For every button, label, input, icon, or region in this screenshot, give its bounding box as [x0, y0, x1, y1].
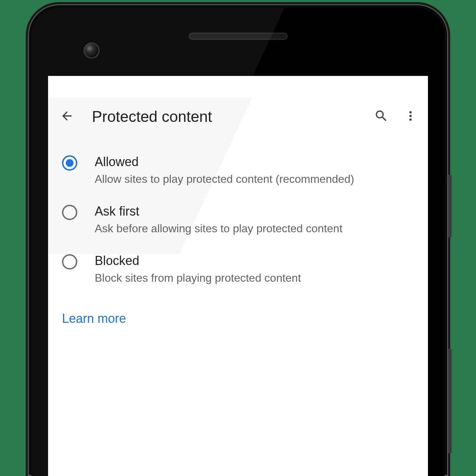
phone-frame: 9:00 LTE	[28, 4, 448, 476]
search-button[interactable]	[371, 106, 392, 127]
svg-point-4	[409, 118, 412, 121]
option-ask-first[interactable]: Ask first Ask before allowing sites to p…	[48, 195, 428, 244]
radio-blocked[interactable]	[62, 254, 77, 270]
app-bar: Protected content	[48, 97, 428, 136]
svg-point-2	[409, 111, 412, 114]
learn-more-link[interactable]: Learn more	[62, 311, 126, 326]
svg-point-3	[409, 115, 412, 117]
phone-side-button-bottom	[448, 349, 452, 453]
option-subtitle: Allow sites to play protected content (r…	[95, 172, 354, 187]
option-title: Allowed	[95, 154, 354, 170]
radio-allowed[interactable]	[62, 155, 77, 171]
screen: 9:00 LTE	[48, 76, 428, 476]
phone-camera	[84, 42, 100, 58]
arrow-left-icon	[60, 109, 74, 124]
page-title: Protected content	[92, 108, 362, 125]
search-icon	[374, 109, 389, 125]
option-subtitle: Ask before allowing sites to play protec…	[95, 221, 343, 236]
screen-content: Protected content	[48, 97, 428, 476]
option-title: Ask first	[95, 203, 343, 220]
radio-ask-first[interactable]	[62, 205, 77, 220]
phone-speaker	[189, 33, 288, 40]
option-text: Blocked Block sites from playing protect…	[95, 253, 301, 286]
phone-side-button-top	[448, 175, 452, 237]
phone-inner: 9:00 LTE	[31, 8, 445, 476]
more-vert-icon	[404, 110, 417, 124]
option-blocked[interactable]: Blocked Block sites from playing protect…	[48, 244, 428, 294]
option-text: Allowed Allow sites to play protected co…	[95, 154, 354, 187]
option-title: Blocked	[95, 253, 301, 269]
option-subtitle: Block sites from playing protected conte…	[95, 271, 301, 286]
overflow-menu-button[interactable]	[400, 106, 421, 127]
options-list: Allowed Allow sites to play protected co…	[48, 136, 428, 294]
option-allowed[interactable]: Allowed Allow sites to play protected co…	[48, 146, 428, 195]
back-button[interactable]	[56, 106, 77, 127]
option-text: Ask first Ask before allowing sites to p…	[95, 203, 343, 236]
